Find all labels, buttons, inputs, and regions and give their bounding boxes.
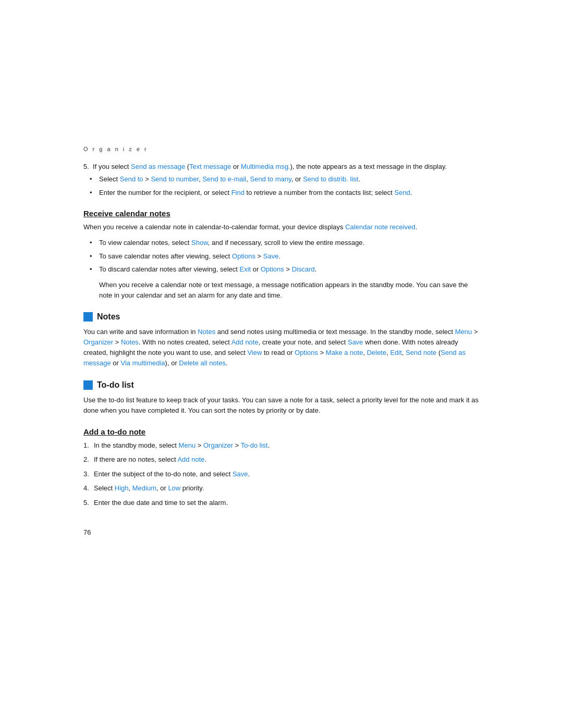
via-multimedia-link[interactable]: Via multimedia: [121, 359, 165, 367]
todo-s4-before: Select: [94, 484, 115, 492]
step-5-text: 5. If you select Send as message (Text m…: [83, 162, 480, 172]
save-link-notes[interactable]: Save: [348, 338, 363, 346]
notes-arrow1: >: [472, 328, 478, 336]
send-note-link[interactable]: Send note: [406, 349, 436, 356]
notes-link1[interactable]: Notes: [198, 328, 215, 336]
menu-link-todo[interactable]: Menu: [179, 441, 196, 449]
receive-b3-arrow: >: [284, 265, 292, 273]
receive-bullet-discard: To discard calendar notes after viewing,…: [99, 264, 480, 275]
todo-s1-arrow1: >: [195, 441, 203, 449]
page-content: O r g a n i z e r 5. If you select Send …: [0, 0, 563, 728]
notes-body-mid5: to read or: [262, 349, 295, 356]
bullet-send-to: Select Send to > Send to number, Send to…: [99, 174, 480, 184]
todo-step-5-num: 5.: [83, 498, 94, 508]
options-link-discard[interactable]: Options: [261, 265, 284, 273]
todo-step-5: 5. Enter the due date and time to set th…: [83, 498, 480, 508]
send-to-link[interactable]: Send to: [120, 175, 143, 183]
receive-bullet-view: To view calendar notes, select Show, and…: [99, 238, 480, 248]
low-link[interactable]: Low: [168, 484, 180, 492]
send-as-message-link[interactable]: Send as message: [131, 163, 185, 170]
send-to-email-link[interactable]: Send to e-mail: [202, 175, 246, 183]
find-link[interactable]: Find: [231, 189, 244, 196]
step-5-bullets: Select Send to > Send to number, Send to…: [83, 174, 480, 198]
todo-step-2-num: 2.: [83, 454, 94, 465]
bullet1-before: Select: [99, 175, 120, 183]
make-a-note-link[interactable]: Make a note: [326, 349, 363, 356]
medium-link[interactable]: Medium: [132, 484, 156, 492]
bullet2-middle: to retrieve a number from the contacts l…: [244, 189, 395, 196]
options-link-notes[interactable]: Options: [295, 349, 318, 356]
add-note-link-todo[interactable]: Add note: [177, 455, 204, 463]
show-link[interactable]: Show: [191, 239, 208, 246]
notes-arrow3: >: [318, 349, 326, 356]
save-link[interactable]: Save: [263, 252, 279, 260]
todo-list-link[interactable]: To-do list: [241, 441, 268, 449]
send-link[interactable]: Send: [395, 189, 410, 196]
receive-calendar-notes-heading: Receive calendar notes: [83, 209, 480, 218]
todo-step-1: 1. In the standby mode, select Menu > Or…: [83, 440, 480, 451]
send-to-distrib-link[interactable]: Send to distrib. list: [303, 175, 358, 183]
page-number: 76: [83, 528, 480, 536]
todo-body: Use the to-do list feature to keep track…: [83, 395, 480, 416]
bullet1-arrow: >: [143, 175, 151, 183]
options-link-save[interactable]: Options: [232, 252, 255, 260]
text-message-link[interactable]: Text message: [189, 163, 231, 170]
notes-or1: or: [111, 359, 121, 367]
todo-step-2: 2. If there are no notes, select Add not…: [83, 454, 480, 465]
todo-step-2-content: If there are no notes, select Add note.: [94, 454, 480, 465]
todo-s4-comma1: ,: [129, 484, 132, 492]
calendar-note-received-link[interactable]: Calendar note received: [345, 223, 415, 231]
notes-body-mid3: , create your note, and select: [259, 338, 348, 346]
notes-body-mid2: . With no notes created, select: [139, 338, 231, 346]
receive-bullet-save: To save calendar notes after viewing, se…: [99, 251, 480, 262]
add-note-link-notes[interactable]: Add note: [231, 338, 259, 346]
todo-step-4: 4. Select High, Medium, or Low priority.: [83, 483, 480, 493]
step-5: 5. If you select Send as message (Text m…: [83, 162, 480, 198]
menu-link-notes[interactable]: Menu: [455, 328, 472, 336]
view-link-notes[interactable]: View: [247, 349, 262, 356]
notes-section-heading: Notes: [83, 312, 480, 322]
bullet2-before: Enter the number for the recipient, or s…: [99, 189, 231, 196]
organizer-link-notes[interactable]: Organizer: [83, 338, 113, 346]
bullet2-period: .: [410, 189, 412, 196]
exit-link[interactable]: Exit: [240, 265, 251, 273]
notes-comma: ,: [363, 349, 366, 356]
step-5-before: If you select: [93, 163, 131, 170]
receive-note: When you receive a calendar note or text…: [83, 280, 480, 301]
organizer-link-todo[interactable]: Organizer: [203, 441, 233, 449]
receive-b2-before: To save calendar notes after viewing, se…: [99, 252, 232, 260]
send-to-number-link[interactable]: Send to number: [151, 175, 199, 183]
todo-s3-after: .: [248, 470, 250, 478]
notes-body-end: .: [226, 359, 228, 367]
notes-link2[interactable]: Notes: [121, 338, 139, 346]
high-link[interactable]: High: [115, 484, 129, 492]
notes-arrow2: >: [113, 338, 121, 346]
todo-s4-or: , or: [156, 484, 168, 492]
todo-step-3-num: 3.: [83, 469, 94, 479]
discard-link[interactable]: Discard: [292, 265, 315, 273]
receive-intro-text: When you receive a calendar note in cale…: [83, 223, 345, 231]
delete-link-notes[interactable]: Delete: [367, 349, 387, 356]
save-link-todo[interactable]: Save: [232, 470, 248, 478]
receive-b3-before: To discard calendar notes after viewing,…: [99, 265, 240, 273]
todo-s2-after: .: [204, 455, 206, 463]
receive-b1-after: , and if necessary, scroll to view the e…: [208, 239, 364, 246]
receive-b2-arrow: >: [255, 252, 263, 260]
notes-or2: , or: [167, 359, 179, 367]
edit-link-notes[interactable]: Edit: [390, 349, 401, 356]
todo-step-4-num: 4.: [83, 483, 94, 493]
bullet1-period: .: [358, 175, 360, 183]
todo-s1-arrow2: >: [233, 441, 241, 449]
todo-step-4-content: Select High, Medium, or Low priority.: [94, 483, 480, 493]
todo-s1-before: In the standby mode, select: [94, 441, 179, 449]
todo-step-1-num: 1.: [83, 440, 94, 451]
send-to-many-link[interactable]: Send to many: [250, 175, 291, 183]
receive-intro-end: .: [415, 223, 418, 231]
bullet1-or: , or: [291, 175, 303, 183]
todo-s1-after: .: [268, 441, 270, 449]
add-todo-heading: Add a to-do note: [83, 427, 480, 436]
receive-b2-after: .: [278, 252, 280, 260]
multimedia-msg-link[interactable]: Multimedia msg.: [241, 163, 290, 170]
delete-all-notes-link[interactable]: Delete all notes: [179, 359, 226, 367]
notes-body-before: You can write and save information in: [83, 328, 198, 336]
